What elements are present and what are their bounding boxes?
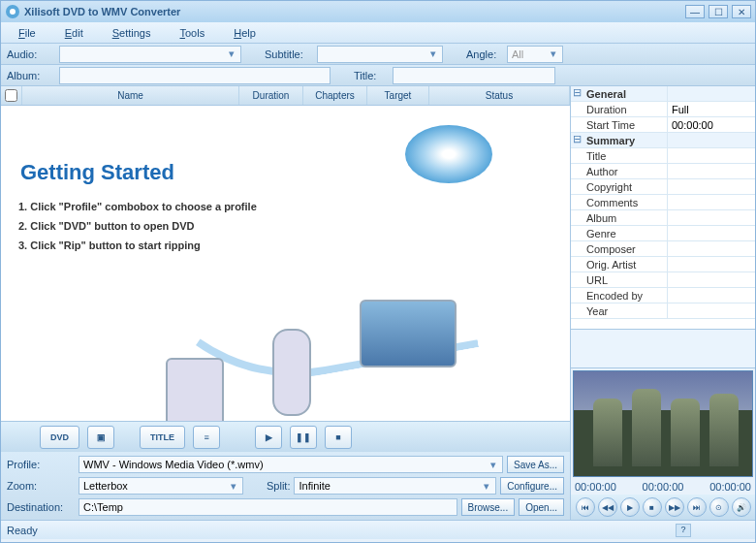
next-track-button[interactable]: ⏭ — [687, 497, 707, 517]
prop-album: Album — [571, 210, 755, 226]
album-label: Album: — [7, 70, 55, 81]
prop-composer: Composer — [571, 241, 755, 257]
disc-illustration — [405, 125, 492, 183]
options-row-1: Audio: ▾ Subtitle: ▾ Angle: All▾ — [1, 44, 755, 65]
media-controls: ⏮ ◀◀ ▶ ■ ▶▶ ⏭ ⊙ 🔊 — [571, 495, 755, 520]
chapter-button[interactable]: ≡ — [193, 426, 220, 449]
step-1: 1. Click "Profile" combobox to choose a … — [18, 201, 257, 212]
prop-author: Author — [571, 164, 755, 179]
property-description — [571, 330, 755, 368]
properties-panel[interactable]: ⊟General DurationFull Start Time00:00:00… — [571, 86, 755, 330]
select-all-checkbox[interactable] — [5, 89, 17, 102]
save-as-button[interactable]: Save As... — [507, 456, 564, 473]
snapshot-button[interactable]: ⊙ — [709, 497, 729, 517]
col-status[interactable]: Status — [429, 86, 570, 105]
chevron-down-icon: ▾ — [487, 459, 500, 471]
titlebar: Xilisoft DVD to WMV Converter — ☐ ✕ — [1, 1, 755, 22]
destination-label: Destination: — [7, 501, 75, 513]
getting-started-heading: Getting Started — [20, 160, 174, 185]
chevron-down-icon: ▾ — [547, 48, 560, 60]
prop-comments: Comments — [571, 195, 755, 210]
rip-button[interactable]: ▶ — [255, 426, 282, 449]
help-icon[interactable]: ? — [676, 524, 691, 537]
menu-file[interactable]: File — [18, 27, 36, 39]
zoom-label: Zoom: — [7, 480, 75, 492]
grid-header: Name Duration Chapters Target Status — [1, 86, 570, 106]
volume-button[interactable]: 🔊 — [732, 497, 751, 517]
forward-button[interactable]: ▶▶ — [665, 497, 684, 517]
prop-encoded-by: Encoded by — [571, 288, 755, 303]
menubar: File Edit Settings Tools Help — [1, 22, 755, 44]
time-current: 00:00:00 — [643, 481, 684, 493]
browse-button[interactable]: Browse... — [461, 498, 516, 516]
stop-media-button[interactable]: ■ — [643, 497, 662, 517]
menu-help[interactable]: Help — [234, 27, 256, 39]
configure-button[interactable]: Configure... — [500, 477, 564, 495]
menu-settings[interactable]: Settings — [112, 27, 151, 39]
prop-orig-artist: Orig. Artist — [571, 257, 755, 272]
profile-dropdown[interactable]: WMV - Windows Media Video (*.wmv)▾ — [79, 456, 503, 473]
profile-label: Profile: — [7, 459, 75, 470]
device-phone-illustration — [272, 329, 311, 416]
audio-dropdown[interactable]: ▾ — [59, 46, 241, 63]
prop-start-time: Start Time00:00:00 — [571, 117, 755, 133]
getting-started-steps: 1. Click "Profile" combobox to choose a … — [18, 193, 257, 259]
chevron-down-icon: ▾ — [480, 480, 493, 493]
subtitle-dropdown[interactable]: ▾ — [317, 46, 443, 63]
prop-title: Title — [571, 148, 755, 164]
device-pda-illustration — [166, 358, 224, 421]
options-row-2: Album: Title: — [1, 65, 755, 86]
open-button[interactable]: Open... — [519, 498, 564, 516]
dvd-button[interactable]: DVD — [40, 426, 79, 449]
app-icon — [5, 4, 20, 19]
col-name[interactable]: Name — [22, 86, 239, 105]
title-input[interactable] — [393, 67, 555, 84]
pause-button[interactable]: ❚❚ — [290, 426, 317, 449]
audio-label: Audio: — [7, 48, 55, 60]
split-dropdown[interactable]: Infinite▾ — [294, 477, 496, 495]
minimize-button[interactable]: — — [685, 5, 705, 18]
section-general: ⊟General — [571, 86, 755, 102]
split-label: Split: — [267, 480, 290, 492]
close-button[interactable]: ✕ — [732, 5, 751, 18]
menu-tools[interactable]: Tools — [179, 27, 205, 39]
stop-button[interactable]: ■ — [325, 426, 352, 449]
album-input[interactable] — [59, 67, 331, 84]
zoom-dropdown[interactable]: Letterbox▾ — [79, 477, 243, 495]
time-start: 00:00:00 — [575, 481, 616, 493]
output-options: Profile: WMV - Windows Media Video (*.wm… — [1, 452, 570, 520]
col-chapters[interactable]: Chapters — [303, 86, 367, 105]
checkbox-column[interactable] — [1, 86, 22, 105]
chevron-down-icon: ▾ — [426, 48, 440, 60]
action-toolbar: DVD ▣ TITLE ≡ ▶ ❚❚ ■ — [1, 421, 570, 452]
time-end: 00:00:00 — [709, 481, 751, 493]
maximize-button[interactable]: ☐ — [709, 5, 728, 18]
angle-label: Angle: — [466, 48, 503, 60]
title-button[interactable]: TITLE — [140, 426, 185, 449]
col-target[interactable]: Target — [367, 86, 429, 105]
prev-track-button[interactable]: ⏮ — [576, 497, 595, 517]
rewind-button[interactable]: ◀◀ — [598, 497, 617, 517]
device-player-illustration — [360, 300, 457, 367]
section-summary: ⊟Summary — [571, 133, 755, 148]
status-text: Ready — [7, 525, 38, 536]
subtitle-label: Subtitle: — [265, 48, 313, 60]
destination-input[interactable]: C:\Temp — [79, 498, 457, 516]
menu-edit[interactable]: Edit — [65, 27, 83, 39]
folder-button[interactable]: ▣ — [87, 426, 114, 449]
prop-url: URL — [571, 272, 755, 288]
collapse-icon[interactable]: ⊟ — [571, 133, 583, 147]
timeline[interactable]: 00:00:00 00:00:00 00:00:00 — [571, 479, 755, 495]
chevron-down-icon: ▾ — [227, 480, 240, 493]
status-bar: Ready ? — [1, 520, 755, 539]
video-preview[interactable] — [573, 370, 753, 477]
collapse-icon[interactable]: ⊟ — [571, 86, 583, 101]
col-duration[interactable]: Duration — [239, 86, 303, 105]
play-button[interactable]: ▶ — [620, 497, 640, 517]
step-3: 3. Click "Rip" button to start ripping — [18, 240, 257, 251]
prop-genre: Genre — [571, 226, 755, 241]
content-canvas: Getting Started 1. Click "Profile" combo… — [1, 106, 570, 421]
title-label: Title: — [354, 70, 389, 81]
angle-dropdown[interactable]: All▾ — [507, 46, 563, 63]
chevron-down-icon: ▾ — [225, 48, 238, 60]
